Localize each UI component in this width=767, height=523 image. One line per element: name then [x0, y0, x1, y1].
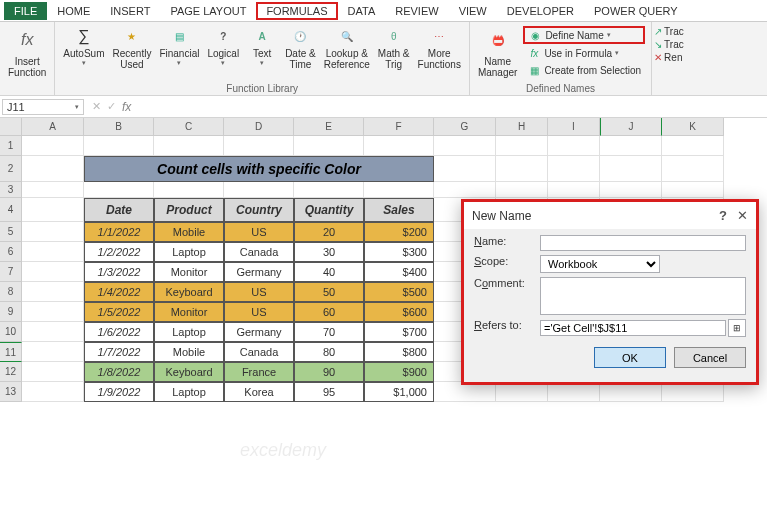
cell[interactable]: Date	[84, 198, 154, 222]
cell[interactable]	[84, 136, 154, 156]
cell[interactable]	[294, 182, 364, 198]
name-input[interactable]	[540, 235, 746, 251]
cell[interactable]: 30	[294, 242, 364, 262]
cell[interactable]	[496, 382, 548, 402]
row-header[interactable]: 7	[0, 262, 22, 282]
column-header[interactable]: A	[22, 118, 84, 136]
cell[interactable]	[22, 362, 84, 382]
cell[interactable]	[496, 156, 548, 182]
tab-page-layout[interactable]: PAGE LAYOUT	[160, 2, 256, 20]
cell[interactable]	[224, 136, 294, 156]
cell[interactable]	[548, 182, 600, 198]
cell[interactable]: Laptop	[154, 242, 224, 262]
cell[interactable]	[364, 182, 434, 198]
column-header[interactable]: D	[224, 118, 294, 136]
cell[interactable]	[662, 382, 724, 402]
cell[interactable]	[496, 136, 548, 156]
create-from-selection-button[interactable]: ▦Create from Selection	[523, 62, 645, 78]
cell[interactable]	[22, 156, 84, 182]
column-header[interactable]: E	[294, 118, 364, 136]
cell[interactable]	[548, 136, 600, 156]
cell[interactable]: 1/6/2022	[84, 322, 154, 342]
cell[interactable]: 1/7/2022	[84, 342, 154, 362]
cell[interactable]: 1/5/2022	[84, 302, 154, 322]
autosum-button[interactable]: ∑AutoSum▾	[59, 24, 108, 69]
cell[interactable]: $900	[364, 362, 434, 382]
cell[interactable]	[600, 182, 662, 198]
tab-data[interactable]: DATA	[338, 2, 386, 20]
cell[interactable]	[434, 182, 496, 198]
row-header[interactable]: 13	[0, 382, 22, 402]
cell[interactable]: France	[224, 362, 294, 382]
cell[interactable]	[662, 136, 724, 156]
cell[interactable]: US	[224, 302, 294, 322]
math-trig-button[interactable]: θMath & Trig	[374, 24, 414, 72]
column-header[interactable]: K	[662, 118, 724, 136]
date-time-button[interactable]: 🕐Date & Time	[281, 24, 320, 72]
tab-power-query[interactable]: POWER QUERY	[584, 2, 688, 20]
cell[interactable]: 95	[294, 382, 364, 402]
cell[interactable]: Canada	[224, 342, 294, 362]
trace-dependents-button[interactable]: ↘Trac	[654, 39, 684, 50]
insert-function-button[interactable]: fx Insert Function	[4, 24, 50, 80]
cell[interactable]: US	[224, 282, 294, 302]
cell[interactable]: 1/2/2022	[84, 242, 154, 262]
cancel-formula-icon[interactable]: ✕	[92, 100, 101, 113]
row-header[interactable]: 1	[0, 136, 22, 156]
row-header[interactable]: 9	[0, 302, 22, 322]
ok-button[interactable]: OK	[594, 347, 666, 368]
cell[interactable]	[600, 136, 662, 156]
tab-file[interactable]: FILE	[4, 2, 47, 20]
logical-button[interactable]: ?Logical▾	[203, 24, 243, 69]
cell[interactable]	[294, 136, 364, 156]
cell[interactable]: Country	[224, 198, 294, 222]
cell[interactable]	[548, 382, 600, 402]
cell[interactable]: $700	[364, 322, 434, 342]
fx-icon[interactable]: fx	[122, 100, 131, 114]
cell[interactable]: Product	[154, 198, 224, 222]
cell[interactable]: Mobile	[154, 342, 224, 362]
cell[interactable]	[22, 262, 84, 282]
refers-to-input[interactable]	[540, 320, 726, 336]
column-header[interactable]: H	[496, 118, 548, 136]
cancel-button[interactable]: Cancel	[674, 347, 746, 368]
column-header[interactable]: J	[600, 118, 662, 136]
cell[interactable]	[22, 342, 84, 362]
row-header[interactable]: 4	[0, 198, 22, 222]
lookup-reference-button[interactable]: 🔍Lookup & Reference	[320, 24, 374, 72]
enter-formula-icon[interactable]: ✓	[107, 100, 116, 113]
cell[interactable]: Sales	[364, 198, 434, 222]
cell[interactable]	[22, 136, 84, 156]
cell[interactable]: $1,000	[364, 382, 434, 402]
column-header[interactable]: I	[548, 118, 600, 136]
cell[interactable]: $400	[364, 262, 434, 282]
cell[interactable]: Mobile	[154, 222, 224, 242]
cell[interactable]: Keyboard	[154, 362, 224, 382]
row-header[interactable]: 2	[0, 156, 22, 182]
cell[interactable]: $800	[364, 342, 434, 362]
cell[interactable]	[364, 136, 434, 156]
column-header[interactable]: B	[84, 118, 154, 136]
financial-button[interactable]: ▤Financial▾	[155, 24, 203, 69]
cell[interactable]: 60	[294, 302, 364, 322]
column-header[interactable]: F	[364, 118, 434, 136]
scope-select[interactable]: Workbook	[540, 255, 660, 273]
cell[interactable]: $300	[364, 242, 434, 262]
cell[interactable]: 1/8/2022	[84, 362, 154, 382]
cell[interactable]: US	[224, 222, 294, 242]
cell[interactable]	[22, 182, 84, 198]
cell[interactable]: Canada	[224, 242, 294, 262]
cell[interactable]: 80	[294, 342, 364, 362]
define-name-button[interactable]: ◉Define Name ▾	[523, 26, 645, 44]
select-all-corner[interactable]	[0, 118, 22, 136]
cell[interactable]: 20	[294, 222, 364, 242]
cell[interactable]: Germany	[224, 262, 294, 282]
tab-home[interactable]: HOME	[47, 2, 100, 20]
comment-textarea[interactable]	[540, 277, 746, 315]
cell[interactable]	[154, 182, 224, 198]
cell[interactable]	[662, 156, 724, 182]
cell[interactable]	[22, 222, 84, 242]
cell[interactable]	[496, 182, 548, 198]
close-icon[interactable]: ✕	[737, 208, 748, 223]
cell[interactable]: 70	[294, 322, 364, 342]
